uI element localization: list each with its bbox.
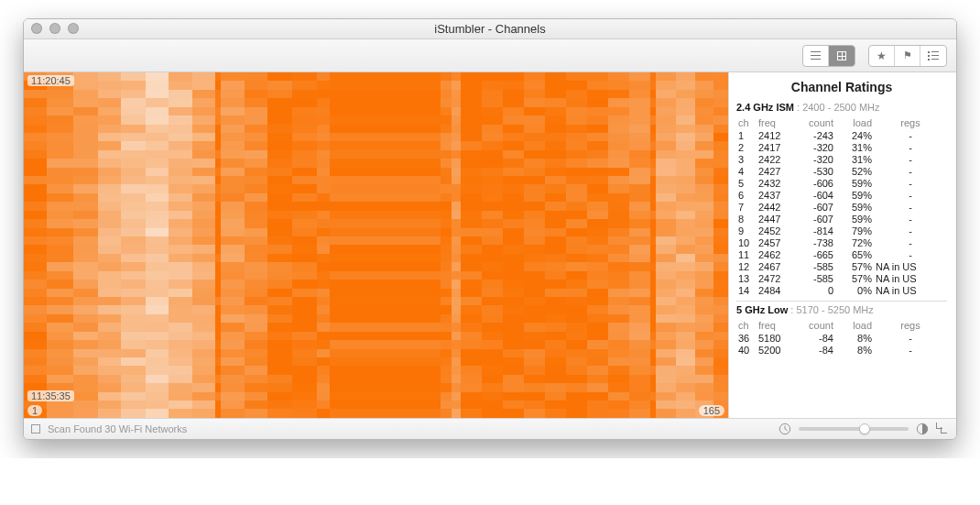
clock-icon: [779, 423, 791, 435]
table-row[interactable]: 12412-24324%-: [736, 129, 947, 141]
table-row[interactable]: 122467-58557%NA in US: [736, 260, 947, 272]
window-title: iStumbler - Channels: [434, 22, 545, 36]
band-range: : 2400 - 2500 MHz: [794, 102, 880, 113]
band-name: 2.4 GHz ISM: [736, 102, 794, 113]
list-icon: [811, 51, 821, 60]
bulletlist-view-button[interactable]: [920, 46, 946, 66]
channel-heatmap[interactable]: 11:20:45 11:35:35 1 165: [24, 72, 729, 418]
table-row[interactable]: 52432-60659%-: [736, 177, 947, 189]
slider-thumb[interactable]: [859, 423, 870, 434]
col-regs: regs: [874, 116, 947, 129]
close-window-button[interactable]: [31, 23, 42, 34]
table-row[interactable]: 22417-32031%-: [736, 141, 947, 153]
toolbar: ★ ⚑: [24, 39, 956, 72]
col-ch: ch: [736, 116, 757, 129]
band-name: 5 GHz Low: [736, 304, 788, 315]
minimize-window-button[interactable]: [49, 23, 60, 34]
grid-icon: [837, 51, 846, 60]
col-count: count: [793, 116, 835, 129]
col-load: load: [835, 116, 874, 129]
flag-filter-button[interactable]: ⚑: [895, 46, 920, 66]
heatmap-time-end: 11:35:35: [27, 390, 74, 401]
table-row[interactable]: 102457-73872%-: [736, 236, 947, 248]
table-row[interactable]: 132472-58557%NA in US: [736, 272, 947, 284]
titlebar: iStumbler - Channels: [24, 19, 956, 39]
status-indicator-icon: [31, 424, 40, 434]
channel-ratings-sidebar[interactable]: Channel Ratings 2.4 GHz ISM : 2400 - 250…: [729, 72, 956, 418]
table-row[interactable]: 42427-53052%-: [736, 165, 947, 177]
band-range: : 5170 - 5250 MHz: [788, 304, 874, 315]
table-row[interactable]: 72442-60759%-: [736, 201, 947, 213]
col-freq: freq: [757, 116, 793, 129]
contrast-icon: [916, 423, 929, 435]
channel-table: chfreqcountloadregs12412-24324%-22417-32…: [736, 116, 947, 296]
col-regs: regs: [874, 319, 947, 332]
statusbar: Scan Found 30 Wi-Fi Networks: [24, 419, 956, 439]
status-text: Scan Found 30 Wi-Fi Networks: [48, 423, 187, 434]
star-filter-button[interactable]: ★: [869, 46, 895, 66]
refresh-interval-slider[interactable]: [799, 427, 909, 431]
band-header: 5 GHz Low : 5170 - 5250 MHz: [736, 304, 947, 315]
col-count: count: [793, 319, 835, 332]
table-row[interactable]: 82447-60759%-: [736, 213, 947, 225]
col-freq: freq: [757, 319, 793, 332]
band-header: 2.4 GHz ISM : 2400 - 2500 MHz: [736, 102, 947, 113]
view-mode-seg: [802, 45, 855, 67]
table-row[interactable]: 62437-60459%-: [736, 189, 947, 201]
heatmap-channel-right: 165: [699, 405, 724, 416]
col-load: load: [835, 319, 874, 332]
table-row[interactable]: 32422-32031%-: [736, 153, 947, 165]
channel-table: chfreqcountloadregs365180-848%-405200-84…: [736, 319, 947, 356]
heatmap-time-start: 11:20:45: [27, 75, 74, 86]
flag-icon: ⚑: [903, 50, 912, 60]
resize-handle-icon[interactable]: [936, 423, 949, 435]
bulletlist-icon: [928, 51, 939, 60]
table-row[interactable]: 405200-848%-: [736, 344, 947, 356]
table-row[interactable]: 365180-848%-: [736, 332, 947, 344]
grid-view-button[interactable]: [829, 46, 855, 66]
list-view-button[interactable]: [803, 46, 829, 66]
col-ch: ch: [736, 319, 757, 332]
filter-seg: ★ ⚑: [868, 45, 947, 67]
app-window: iStumbler - Channels ★ ⚑ 11:20:45 11:35:…: [23, 18, 957, 440]
heatmap-channel-left: 1: [27, 405, 42, 416]
table-row[interactable]: 112462-66565%-: [736, 248, 947, 260]
zoom-window-button[interactable]: [68, 23, 79, 34]
star-icon: ★: [877, 50, 887, 61]
table-row[interactable]: 14248400%NA in US: [736, 284, 947, 296]
table-row[interactable]: 92452-81479%-: [736, 225, 947, 236]
sidebar-title: Channel Ratings: [736, 80, 947, 94]
window-controls: [31, 23, 79, 34]
content: 11:20:45 11:35:35 1 165 Channel Ratings …: [24, 72, 956, 419]
